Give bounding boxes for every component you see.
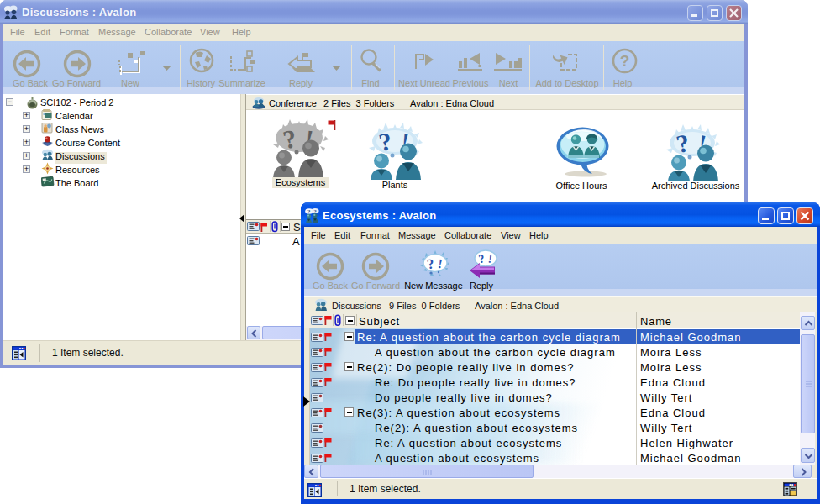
- svg-text:?: ?: [620, 52, 630, 70]
- svg-text:?: ?: [314, 208, 317, 214]
